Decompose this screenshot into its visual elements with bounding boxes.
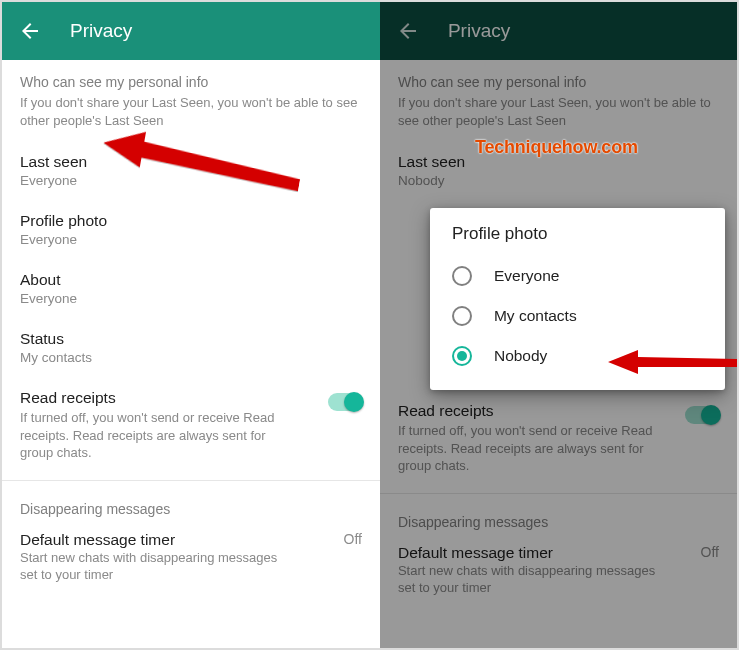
annotation-arrow-icon [608,346,737,378]
watermark-text: Techniquehow.com [475,137,638,158]
item-title: Profile photo [20,212,362,230]
item-title: About [20,271,362,289]
radio-label: My contacts [494,307,577,325]
svg-marker-1 [608,350,737,374]
item-about[interactable]: About Everyone [2,259,380,318]
radio-icon [452,306,472,326]
item-value: Everyone [20,232,362,247]
right-screenshot: Privacy Who can see my personal info If … [380,2,737,648]
radio-option-my-contacts[interactable]: My contacts [438,296,717,336]
profile-photo-dialog: Profile photo Everyone My contacts Nobod… [430,208,725,390]
section-heading: Who can see my personal info [2,60,380,94]
item-read-receipts[interactable]: Read receipts If turned off, you won't s… [2,377,380,474]
item-title: Status [20,330,362,348]
page-title: Privacy [70,20,132,42]
item-status[interactable]: Status My contacts [2,318,380,377]
item-description: Start new chats with disappearing messag… [20,550,290,584]
item-value: My contacts [20,350,362,365]
radio-label: Nobody [494,347,547,365]
back-arrow-icon[interactable] [18,19,42,43]
timer-value: Off [344,531,362,547]
section-heading-disappearing: Disappearing messages [2,487,380,521]
radio-selected-icon [452,346,472,366]
dialog-title: Profile photo [438,224,717,256]
radio-option-everyone[interactable]: Everyone [438,256,717,296]
radio-label: Everyone [494,267,559,285]
toggle-switch[interactable] [328,393,362,411]
app-header: Privacy [2,2,380,60]
item-default-timer[interactable]: Default message timer Start new chats wi… [2,521,380,594]
item-title: Read receipts [20,389,290,407]
divider [2,480,380,481]
item-value: Everyone [20,291,362,306]
radio-option-nobody[interactable]: Nobody [438,336,717,376]
radio-icon [452,266,472,286]
item-profile-photo[interactable]: Profile photo Everyone [2,200,380,259]
item-title: Default message timer [20,531,290,549]
item-description: If turned off, you won't send or receive… [20,409,290,462]
left-screenshot: Privacy Who can see my personal info If … [2,2,380,648]
